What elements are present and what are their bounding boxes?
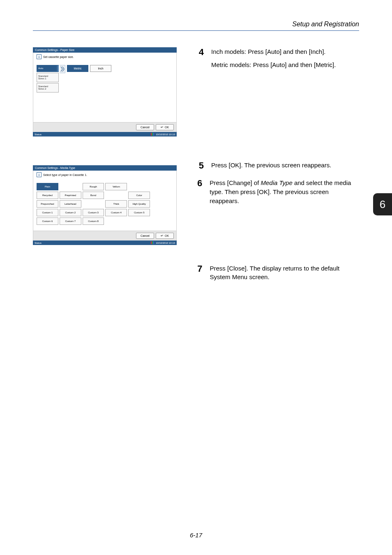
- media-type-blank: [128, 183, 150, 190]
- media-type-letterhead[interactable]: Letterhead: [60, 200, 81, 208]
- step-7-text: Press [Close]. The display returns to th…: [210, 264, 359, 282]
- step-number: 7: [197, 264, 203, 274]
- panel2-info: Select type of paper in Cassette 1.: [43, 173, 87, 176]
- media-type-preprinted[interactable]: Preprinted: [60, 192, 81, 199]
- media-type-blank: [105, 217, 127, 225]
- tab-auto[interactable]: Auto: [37, 65, 59, 72]
- step-4-line-2: Metric models: Press [Auto] and then [Me…: [211, 60, 336, 69]
- cancel-button[interactable]: Cancel: [136, 233, 154, 239]
- tab-standard-sizes-2[interactable]: Standard Sizes 2: [37, 83, 59, 92]
- step-number: 6: [197, 178, 202, 188]
- media-type-custom-6[interactable]: Custom 6: [37, 217, 58, 225]
- status-datetime: 10/10/2010 10:10: [156, 133, 175, 136]
- media-type-bond[interactable]: Bond: [83, 192, 104, 199]
- page-footer: 6-17: [0, 532, 392, 539]
- ok-label: OK: [165, 234, 169, 237]
- media-type-blank: [151, 209, 173, 216]
- ok-button[interactable]: ↵OK: [156, 233, 174, 239]
- panel1-tabs: Auto Standard Sizes 1 Standard Sizes 2: [37, 65, 59, 92]
- chevron-right-icon: [60, 65, 65, 73]
- media-type-thick[interactable]: Thick: [105, 200, 127, 208]
- step-4-line-1: Inch models: Press [Auto] and then [Inch…: [211, 47, 336, 56]
- cancel-label: Cancel: [141, 126, 150, 129]
- status-label[interactable]: Status: [35, 242, 42, 244]
- media-type-blank: [151, 200, 173, 208]
- step-5-text: Press [OK]. The previous screen reappear…: [211, 161, 331, 170]
- right-column: 4 Inch models: Press [Auto] and then [In…: [197, 47, 359, 291]
- media-type-custom-1[interactable]: Custom 1: [37, 209, 58, 216]
- media-type-rough[interactable]: Rough: [83, 183, 104, 190]
- media-type-blank: [83, 200, 104, 208]
- chapter-tab: 6: [373, 193, 392, 215]
- step-6-text: Press [Change] of Media Type and select …: [210, 178, 359, 205]
- status-label[interactable]: Status: [35, 133, 42, 136]
- status-datetime: 10/10/2010 10:10: [156, 242, 175, 244]
- media-type-blank: [105, 192, 127, 199]
- media-type-custom-7[interactable]: Custom 7: [60, 217, 81, 225]
- media-type-blank: [151, 192, 173, 199]
- info-icon: i: [37, 54, 42, 59]
- panel1-title: Common Settings - Paper Size: [33, 47, 177, 53]
- status-bars-icon: [151, 241, 154, 244]
- media-type-custom-3[interactable]: Custom 3: [83, 209, 104, 216]
- media-type-plain[interactable]: Plain: [37, 183, 58, 190]
- left-column: Common Settings - Paper Size i Set casse…: [33, 47, 185, 291]
- step-5: 5 Press [OK]. The previous screen reappe…: [197, 161, 359, 174]
- step-number: 4: [197, 47, 204, 57]
- cancel-label: Cancel: [141, 234, 150, 237]
- media-type-high-quality[interactable]: High Quality: [128, 200, 150, 208]
- media-type-prepunched[interactable]: Prepunched: [37, 200, 58, 208]
- media-type-blank: [60, 183, 81, 190]
- enter-icon: ↵: [161, 234, 164, 238]
- step-4: 4 Inch models: Press [Auto] and then [In…: [197, 47, 359, 74]
- media-type-blank: [151, 217, 173, 225]
- media-type-recycled[interactable]: Recycled: [37, 192, 58, 199]
- cancel-button[interactable]: Cancel: [136, 124, 154, 130]
- media-type-vellum[interactable]: Vellum: [105, 183, 127, 190]
- media-type-blank: [128, 217, 150, 225]
- option-inch[interactable]: Inch: [90, 65, 111, 72]
- tab-standard-sizes-1[interactable]: Standard Sizes 1: [37, 73, 59, 82]
- media-type-custom-5[interactable]: Custom 5: [128, 209, 150, 216]
- step-number: 5: [197, 161, 204, 171]
- media-type-custom-8[interactable]: Custom 8: [83, 217, 104, 225]
- media-type-color[interactable]: Color: [128, 192, 150, 199]
- info-icon: i: [37, 172, 42, 177]
- step-6: 6 Press [Change] of Media Type and selec…: [197, 178, 359, 209]
- option-metric[interactable]: Metric: [67, 65, 88, 72]
- media-type-panel: Common Settings - Media Type i Select ty…: [33, 165, 177, 245]
- media-type-custom-4[interactable]: Custom 4: [105, 209, 127, 216]
- panel1-info: Set cassette paper size.: [43, 56, 74, 58]
- step-7: 7 Press [Close]. The display returns to …: [197, 264, 359, 286]
- panel2-title: Common Settings - Media Type: [33, 165, 177, 171]
- paper-size-panel: Common Settings - Paper Size i Set casse…: [33, 47, 177, 136]
- section-header: Setup and Registration: [33, 21, 359, 31]
- ok-label: OK: [165, 126, 169, 129]
- ok-button[interactable]: ↵OK: [156, 124, 174, 130]
- media-type-custom-2[interactable]: Custom 2: [60, 209, 81, 216]
- enter-icon: ↵: [161, 125, 164, 129]
- status-bars-icon: [151, 133, 154, 136]
- media-type-blank: [151, 183, 173, 190]
- media-type-grid: PlainRoughVellumRecycledPreprintedBondCo…: [37, 183, 173, 225]
